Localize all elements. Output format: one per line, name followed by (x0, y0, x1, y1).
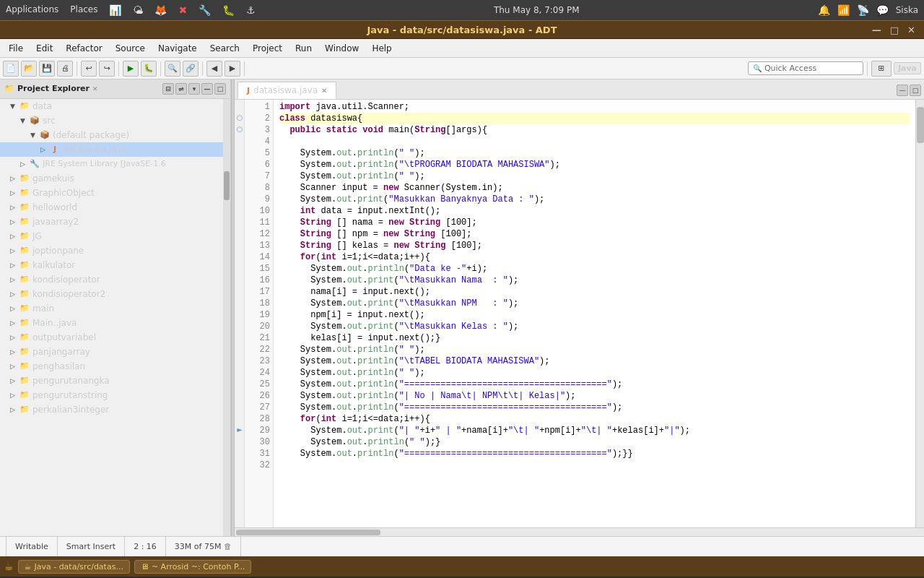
code-line-13[interactable]: String [] kelas = new String [100]; (279, 240, 910, 251)
tree-item-kondisi[interactable]: ▷ 📁 kondisioperator (0, 272, 223, 287)
code-line-8[interactable]: Scanner input = new Scanner(System.in); (279, 182, 910, 194)
collapse-all-button[interactable]: ⊟ (162, 83, 174, 95)
code-line-18[interactable]: System.out.print("\tMasukkan NPM : "); (279, 298, 910, 309)
tab-close-button[interactable]: ✕ (321, 87, 327, 95)
editor-tab-datasiswa[interactable]: J datasiswa.java ✕ (237, 82, 336, 99)
code-line-29[interactable]: System.out.print("| "+i+" | "+nama[i]+"\… (279, 425, 910, 436)
tree-item-datasiswa[interactable]: ▷ J datasiswa.java (0, 142, 223, 157)
code-line-7[interactable]: System.out.println(" "); (279, 171, 910, 182)
code-line-21[interactable]: kelas[i] = input.next();} (279, 332, 910, 344)
print-button[interactable]: 🖨 (57, 61, 73, 77)
tab-maximize-button[interactable]: □ (910, 85, 921, 96)
maximize-button[interactable]: □ (887, 25, 902, 35)
code-line-5[interactable]: System.out.println(" "); (279, 147, 910, 159)
code-line-31[interactable]: System.out.println("====================… (279, 448, 910, 460)
code-editor[interactable]: import java.util.Scanner;class datasiswa… (274, 100, 915, 527)
menu-source[interactable]: Source (110, 42, 151, 55)
code-line-26[interactable]: System.out.println("| No | Nama\t| NPM\t… (279, 390, 910, 402)
menu-search[interactable]: Search (204, 42, 245, 55)
debug-button[interactable]: 🐛 (141, 61, 157, 77)
menu-refactor[interactable]: Refactor (60, 42, 108, 55)
code-line-6[interactable]: System.out.println("\tPROGRAM BIODATA MA… (279, 159, 910, 171)
tree-item-helloworld[interactable]: ▷ 📁 helloworld (0, 200, 223, 215)
redo-button[interactable]: ↪ (99, 61, 115, 77)
editor-hscrollbar[interactable] (235, 527, 924, 536)
places-menu[interactable]: Places (70, 4, 97, 16)
undo-button[interactable]: ↩ (81, 61, 97, 77)
code-line-3[interactable]: public static void main(String[]args){ (279, 124, 910, 136)
tree-item-penghasilan[interactable]: ▷ 📁 penghasilan (0, 359, 223, 374)
link-button[interactable]: 🔗 (183, 61, 199, 77)
tree-item-mainjava[interactable]: ▷ 📁 Main..java (0, 316, 223, 330)
tab-minimize-button[interactable]: — (897, 85, 908, 96)
search-toolbar-button[interactable]: 🔍 (165, 61, 180, 77)
perspective-list-button[interactable]: ⊞ (871, 61, 892, 77)
menu-run[interactable]: Run (289, 42, 318, 55)
tree-item-kalkulator[interactable]: ▷ 📁 kalkulator (0, 258, 223, 272)
menu-edit[interactable]: Edit (30, 42, 58, 55)
editor-vscrollbar[interactable] (915, 100, 924, 527)
code-line-28[interactable]: for(int i=1;i<=data;i++){ (279, 413, 910, 425)
code-line-24[interactable]: System.out.println(" "); (279, 367, 910, 379)
code-line-23[interactable]: System.out.println("\tTABEL BIODATA MAHA… (279, 355, 910, 367)
code-line-15[interactable]: System.out.println("Data ke -"+i); (279, 263, 910, 275)
new-button[interactable]: 📄 (3, 61, 19, 77)
editor-vscrollbar-thumb[interactable] (917, 107, 924, 143)
code-line-12[interactable]: String [] npm = new String [100]; (279, 228, 910, 240)
code-line-14[interactable]: for(int i=1;i<=data;i++){ (279, 251, 910, 263)
code-line-4[interactable] (279, 136, 910, 147)
editor-hscrollbar-thumb[interactable] (236, 530, 380, 535)
code-line-27[interactable]: System.out.println("====================… (279, 402, 910, 413)
taskbar-item-terminal[interactable]: 🖥 ~ Arrosid ~: Contoh P... (134, 560, 252, 574)
quick-access-box[interactable]: 🔍 Quick Access (748, 61, 863, 75)
code-line-17[interactable]: nama[i] = input.next(); (279, 286, 910, 298)
menu-file[interactable]: File (3, 42, 29, 55)
tree-item-src[interactable]: ▼ 📦 src (0, 113, 223, 128)
code-line-30[interactable]: System.out.println(" ");} (279, 436, 910, 448)
tree-item-kondisi2[interactable]: ▷ 📁 kondisioperator2 (0, 287, 223, 301)
link-editor-button[interactable]: ⇌ (175, 83, 187, 95)
code-line-16[interactable]: System.out.print("\tMasukkan Nama : "); (279, 275, 910, 286)
tree-item-perkalian[interactable]: ▷ 📁 perkalian3integer (0, 402, 223, 417)
back-button[interactable]: ◀ (206, 61, 222, 77)
code-line-20[interactable]: System.out.print("\tMasukkan Kelas : "); (279, 321, 910, 332)
tree-item-default-pkg[interactable]: ▼ 📦 (default package) (0, 128, 223, 142)
taskbar-item-java[interactable]: ☕ Java - data/src/datas... (18, 560, 130, 574)
code-line-25[interactable]: System.out.println("====================… (279, 379, 910, 390)
code-line-2[interactable]: class datasiswa{ (279, 113, 910, 124)
tree-item-main[interactable]: ▷ 📁 main (0, 301, 223, 316)
code-line-22[interactable]: System.out.println(" "); (279, 344, 910, 355)
tree-item-data[interactable]: ▼ 📁 data (0, 99, 223, 113)
tree-item-pengurutanangka[interactable]: ▷ 📁 pengurutanangka (0, 374, 223, 388)
tree-item-javaarray2[interactable]: ▷ 📁 javaarray2 (0, 215, 223, 229)
gc-icon[interactable]: 🗑 (224, 542, 232, 551)
menu-project[interactable]: Project (247, 42, 288, 55)
tree-item-joptionpane[interactable]: ▷ 📁 joptionpane (0, 243, 223, 258)
tree-item-graphicobject[interactable]: ▷ 📁 GraphicObject (0, 186, 223, 200)
close-button[interactable]: ✕ (905, 25, 918, 35)
save-button[interactable]: 💾 (39, 61, 55, 77)
forward-button[interactable]: ▶ (225, 61, 240, 77)
tree-item-gamekuis[interactable]: ▷ 📁 gamekuis (0, 171, 223, 186)
tree-item-jg[interactable]: ▷ 📁 JG (0, 229, 223, 243)
code-line-19[interactable]: npm[i] = input.next(); (279, 309, 910, 321)
view-menu-button[interactable]: ▾ (188, 83, 200, 95)
code-line-10[interactable]: int data = input.nextInt(); (279, 205, 910, 217)
menu-help[interactable]: Help (366, 42, 397, 55)
maximize-panel-button[interactable]: □ (214, 83, 226, 95)
tree-item-jre[interactable]: ▷ 🔧 JRE System Library [JavaSE-1.6 (0, 157, 223, 171)
explorer-scrollbar-thumb[interactable] (224, 171, 230, 200)
applications-menu[interactable]: Applications (6, 4, 58, 16)
code-line-1[interactable]: import java.util.Scanner; (279, 101, 910, 113)
run-button[interactable]: ▶ (123, 61, 139, 77)
code-line-11[interactable]: String [] nama = new String [100]; (279, 217, 910, 228)
code-line-9[interactable]: System.out.print("Masukkan Banyaknya Dat… (279, 194, 910, 205)
minimize-panel-button[interactable]: — (201, 83, 213, 95)
menu-window[interactable]: Window (319, 42, 365, 55)
open-button[interactable]: 📂 (21, 61, 37, 77)
menu-navigate[interactable]: Navigate (152, 42, 203, 55)
code-line-32[interactable] (279, 460, 910, 471)
explorer-scrollbar[interactable] (223, 99, 230, 536)
tree-item-outputvar[interactable]: ▷ 📁 outputvariabel (0, 330, 223, 345)
tree-item-pengurutanstring[interactable]: ▷ 📁 pengurutanstring (0, 388, 223, 402)
